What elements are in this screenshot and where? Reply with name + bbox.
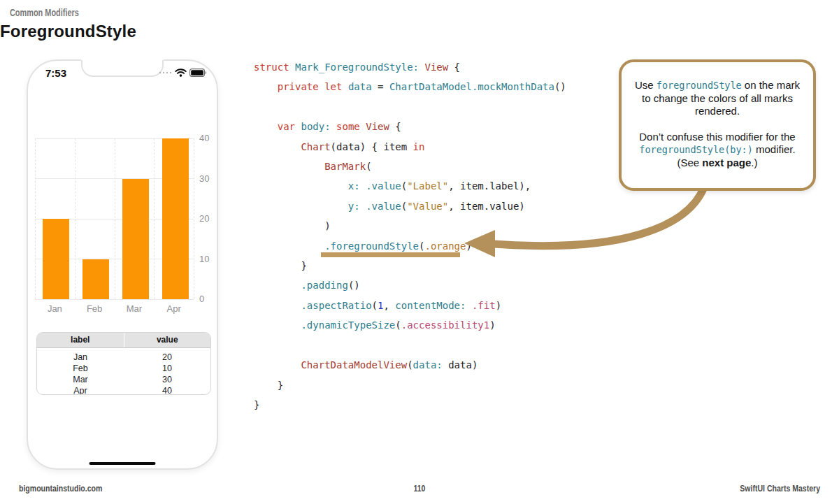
wifi-icon <box>175 69 187 77</box>
inline-code: foregroundStyle <box>657 80 742 91</box>
table-cell: Feb <box>37 363 124 374</box>
page-title: ForegroundStyle <box>0 22 839 41</box>
table-header-cell: label <box>37 333 124 347</box>
table-header-row: labelvalue <box>37 333 210 348</box>
bar-jan <box>43 219 69 299</box>
footer-book-title: SwiftUI Charts Mastery <box>717 483 820 494</box>
callout-box: Use foregroundStyle on the mark to chang… <box>619 59 816 191</box>
status-time: 7:53 <box>45 67 66 79</box>
y-axis-label: 40 <box>199 133 209 143</box>
table-row: Feb10 <box>37 363 210 374</box>
table-cell: 10 <box>124 363 210 374</box>
y-axis-label: 0 <box>199 294 204 304</box>
home-indicator <box>89 462 156 465</box>
y-axis-label: 30 <box>199 173 209 184</box>
book-page: Common Modifiers ForegroundStyle 7:53 01… <box>0 0 839 504</box>
callout-paragraph: Use foregroundStyle on the mark to chang… <box>630 79 805 118</box>
notch <box>81 59 164 77</box>
table-cell: 40 <box>124 385 210 395</box>
x-axis-label: Feb <box>75 303 115 314</box>
callout-paragraph: Don’t confuse this modifier for the fore… <box>630 131 805 170</box>
footer-page-number: 110 <box>0 483 839 494</box>
bar-mar <box>122 179 149 300</box>
table-row: Jan20 <box>37 352 210 363</box>
bar-chart: 010203040JanFebMarApr <box>35 138 218 315</box>
highlight-underline <box>321 252 460 257</box>
callout-arrow-icon <box>454 180 832 268</box>
y-axis-label: 10 <box>199 254 209 264</box>
table-row: Mar30 <box>37 374 210 385</box>
x-axis-label: Apr <box>154 303 194 314</box>
battery-icon <box>189 69 207 77</box>
bar-feb <box>83 259 109 300</box>
table-cell: 30 <box>124 374 210 385</box>
table-cell: Mar <box>37 374 124 385</box>
bar-apr <box>162 138 189 299</box>
table-cell: Jan <box>37 352 124 363</box>
section-eyebrow: Common Modifiers <box>0 7 839 18</box>
y-axis-label: 20 <box>199 213 209 224</box>
table-cell: 20 <box>124 352 210 363</box>
status-bar-icons <box>159 69 208 77</box>
table-body: Jan20Feb10Mar30Apr40 <box>37 348 210 395</box>
table-cell: Apr <box>37 385 124 395</box>
iphone-mockup: 7:53 010203040JanFebMarApr labelvalue Ja… <box>27 59 218 470</box>
chart-data-table: labelvalue Jan20Feb10Mar30Apr40 <box>36 332 211 395</box>
table-header-cell: value <box>124 333 211 347</box>
cellular-signal-icon <box>159 72 172 74</box>
x-axis-label: Mar <box>115 303 155 314</box>
inline-code: foregroundStyle(by:) <box>639 144 753 155</box>
x-axis-label: Jan <box>35 303 75 314</box>
table-row: Apr40 <box>37 385 210 395</box>
